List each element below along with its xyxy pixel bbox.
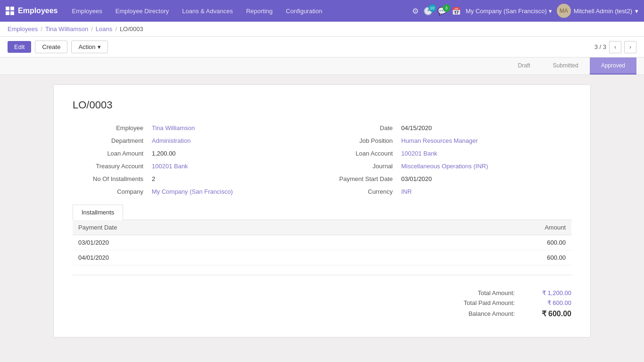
payment-date-cell: 03/01/2020 <box>73 235 375 250</box>
total-paid-row: Total Paid Amount: ₹ 600.00 <box>439 299 571 306</box>
status-approved[interactable]: Approved <box>590 58 636 74</box>
calendar-icon[interactable]: 📅 <box>452 7 461 16</box>
breadcrumb-tina[interactable]: Tina Williamson <box>45 25 88 33</box>
loan-amount-label: Loan Amount <box>73 150 148 157</box>
menu-reporting[interactable]: Reporting <box>239 0 279 22</box>
payment-start-date-value: 03/01/2020 <box>401 175 432 182</box>
user-name: Mitchell Admin (test2) <box>574 8 632 15</box>
next-record-button[interactable]: › <box>624 41 636 53</box>
journal-value[interactable]: Miscellaneous Operations (INR) <box>401 163 488 170</box>
tabs-bar: Installments <box>73 205 571 220</box>
breadcrumb-sep-3: / <box>115 25 117 33</box>
treasury-account-value[interactable]: 100201 Bank <box>152 163 188 170</box>
payment-start-date-label: Payment Start Date <box>322 175 397 182</box>
department-label: Department <box>73 137 148 144</box>
date-label: Date <box>322 124 397 132</box>
field-no-installments: No Of Installments 2 <box>73 175 322 182</box>
app-logo[interactable]: Employees <box>6 7 58 15</box>
field-loan-account: Loan Account 100201 Bank <box>322 150 571 157</box>
table-row: 03/01/2020 600.00 <box>73 235 571 250</box>
no-installments-value: 2 <box>152 175 155 182</box>
user-dropdown-icon: ▾ <box>635 8 638 15</box>
employee-label: Employee <box>73 124 148 132</box>
amount-cell: 600.00 <box>375 250 571 265</box>
col-payment-date: Payment Date <box>73 220 375 235</box>
loan-account-label: Loan Account <box>322 150 397 157</box>
clock-badge: 10 <box>429 4 436 12</box>
job-position-value[interactable]: Human Resources Manager <box>401 137 478 144</box>
grid-icon <box>6 7 14 15</box>
prev-record-button[interactable]: ‹ <box>609 41 621 53</box>
field-department: Department Administration <box>73 137 322 144</box>
main-content: LO/0003 Employee Tina Williamson Departm… <box>0 75 644 356</box>
menu-employee-directory[interactable]: Employee Directory <box>109 0 175 22</box>
balance-value: ₹ 600.00 <box>524 309 571 318</box>
company-dropdown-icon: ▾ <box>549 8 552 15</box>
form-grid: Employee Tina Williamson Department Admi… <box>73 124 571 195</box>
total-paid-label: Total Paid Amount: <box>439 299 515 306</box>
tab-installments[interactable]: Installments <box>73 205 123 220</box>
table-row: 04/01/2020 600.00 <box>73 250 571 265</box>
total-amount-row: Total Amount: ₹ 1,200.00 <box>439 289 571 296</box>
action-button[interactable]: Action ▾ <box>71 41 107 53</box>
loan-amount-value: 1,200.00 <box>152 150 176 157</box>
journal-label: Journal <box>322 163 397 170</box>
action-dropdown-icon: ▾ <box>98 43 101 50</box>
status-submitted[interactable]: Submitted <box>542 58 590 74</box>
action-button-label: Action <box>78 43 95 50</box>
top-nav: Employees Employees Employee Directory L… <box>0 0 644 22</box>
divider <box>73 275 571 275</box>
status-bar: Draft Submitted Approved <box>0 58 644 75</box>
form-right-col: Date 04/15/2020 Job Position Human Resou… <box>322 124 571 195</box>
total-amount-value: ₹ 1,200.00 <box>524 289 571 296</box>
company-name: My Company (San Francisco) <box>466 8 547 15</box>
form-card: LO/0003 Employee Tina Williamson Departm… <box>53 84 591 337</box>
no-installments-label: No Of Installments <box>73 175 148 182</box>
field-date: Date 04/15/2020 <box>322 124 571 132</box>
status-draft[interactable]: Draft <box>507 58 542 74</box>
field-currency: Currency INR <box>322 188 571 195</box>
balance-row: Balance Amount: ₹ 600.00 <box>439 309 571 318</box>
company-value[interactable]: My Company (San Francisco) <box>152 188 233 195</box>
field-payment-start-date: Payment Start Date 03/01/2020 <box>322 175 571 182</box>
menu-employees[interactable]: Employees <box>65 0 108 22</box>
job-position-label: Job Position <box>322 137 397 144</box>
treasury-account-label: Treasury Account <box>73 163 148 170</box>
breadcrumb-employees[interactable]: Employees <box>8 25 38 33</box>
menu-loans-advances[interactable]: Loans & Advances <box>175 0 239 22</box>
user-menu[interactable]: MA Mitchell Admin (test2) ▾ <box>557 4 638 18</box>
record-nav: 3 / 3 ‹ › <box>594 41 636 53</box>
edit-button[interactable]: Edit <box>8 41 31 53</box>
total-amount-label: Total Amount: <box>439 289 515 296</box>
create-button[interactable]: Create <box>35 41 67 53</box>
field-journal: Journal Miscellaneous Operations (INR) <box>322 163 571 170</box>
company-label: Company <box>73 188 148 195</box>
top-menu: Employees Employee Directory Loans & Adv… <box>65 0 412 22</box>
department-value[interactable]: Administration <box>152 137 190 144</box>
breadcrumb-loans[interactable]: Loans <box>96 25 112 33</box>
employee-value[interactable]: Tina Williamson <box>152 124 195 132</box>
payment-date-cell: 04/01/2020 <box>73 250 375 265</box>
totals-section: Total Amount: ₹ 1,200.00 Total Paid Amou… <box>73 289 571 323</box>
menu-configuration[interactable]: Configuration <box>279 0 329 22</box>
field-company: Company My Company (San Francisco) <box>73 188 322 195</box>
balance-label: Balance Amount: <box>439 310 515 317</box>
company-selector[interactable]: My Company (San Francisco) ▾ <box>466 8 552 15</box>
field-employee: Employee Tina Williamson <box>73 124 322 132</box>
updates-icon[interactable]: ⚙ <box>412 7 419 16</box>
topnav-right: ⚙ 🕐 10 💬 3 📅 My Company (San Francisco) … <box>412 4 638 18</box>
breadcrumb-sep-2: / <box>91 25 93 33</box>
amount-cell: 600.00 <box>375 235 571 250</box>
col-amount: Amount <box>375 220 571 235</box>
loan-account-value[interactable]: 100201 Bank <box>401 150 438 157</box>
clock-icon[interactable]: 🕐 10 <box>423 7 433 16</box>
date-value: 04/15/2020 <box>401 124 432 132</box>
total-paid-value: ₹ 600.00 <box>524 299 571 306</box>
field-treasury-account: Treasury Account 100201 Bank <box>73 163 322 170</box>
chat-icon[interactable]: 💬 3 <box>438 7 447 16</box>
breadcrumb-current: LO/0003 <box>120 25 143 33</box>
currency-value[interactable]: INR <box>401 188 412 195</box>
form-title: LO/0003 <box>73 99 571 111</box>
action-bar: Edit Create Action ▾ 3 / 3 ‹ › <box>0 37 644 58</box>
field-loan-amount: Loan Amount 1,200.00 <box>73 150 322 157</box>
